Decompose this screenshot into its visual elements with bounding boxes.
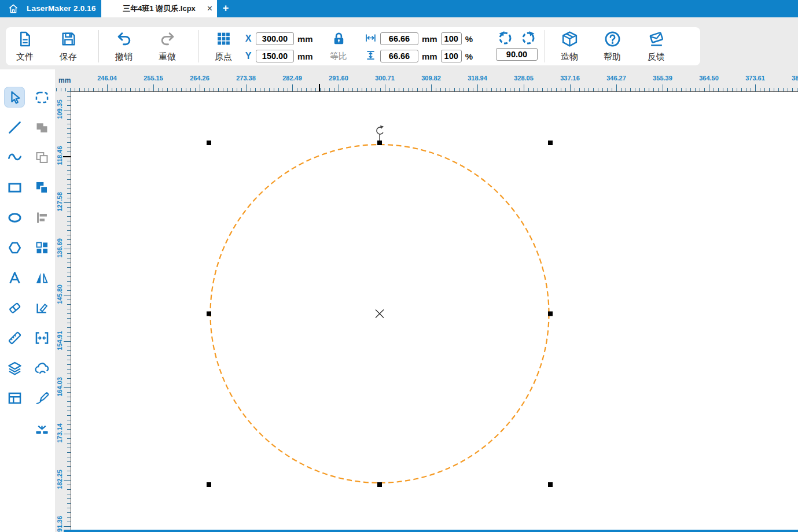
stretch-tool[interactable]	[32, 327, 53, 348]
ruler-left-label: 182.25	[56, 468, 63, 491]
toolbar-divider	[198, 30, 199, 62]
ruler-top-major-tick	[107, 84, 108, 91]
redo-button[interactable]: 重做	[153, 29, 182, 63]
ruler-top-label: 246.04	[97, 75, 117, 82]
ruler-left-label: 164.03	[56, 375, 63, 398]
group-tool[interactable]	[32, 237, 53, 258]
ruler-top-major-tick	[477, 84, 478, 91]
size-group: mm % mm %	[365, 32, 473, 63]
ruler-left-major-tick	[64, 387, 71, 388]
workspace: mm 246.04255.15264.26273.38282.49291.603…	[55, 69, 798, 532]
rotation-angle-field[interactable]	[496, 48, 538, 61]
ruler-top-major-tick	[524, 84, 524, 91]
new-tab-button[interactable]: +	[217, 0, 234, 17]
text-tool[interactable]	[4, 267, 25, 288]
frame-tool[interactable]	[4, 387, 25, 408]
ruler-top-label: 309.82	[421, 75, 441, 82]
marquee-tool[interactable]	[32, 87, 53, 108]
outline-tool[interactable]	[32, 147, 53, 168]
feedback-button[interactable]: 反馈	[642, 29, 671, 63]
ruler-top-label: 291.60	[329, 75, 348, 82]
question-circle-icon	[604, 31, 621, 50]
ruler-top-major-tick	[339, 84, 339, 91]
home-icon[interactable]	[7, 2, 20, 15]
position-group: X mm Y mm	[244, 32, 313, 63]
ruler-left-major-tick	[64, 202, 71, 203]
ruler-left-major-tick	[64, 434, 71, 434]
polygon-tool[interactable]	[4, 237, 25, 258]
rotate-group	[490, 29, 544, 61]
pen-tool[interactable]	[32, 387, 53, 408]
width-percent-field[interactable]	[441, 32, 462, 45]
canvas[interactable]	[71, 91, 798, 532]
mirror-tool[interactable]	[32, 267, 53, 288]
create-button[interactable]: 造物	[555, 29, 584, 63]
eraser-tool[interactable]	[4, 297, 25, 318]
rotate-cw-icon[interactable]	[520, 29, 536, 46]
app-title: LaserMaker 2.0.16	[27, 0, 96, 17]
toolbar: 文件 保存 撤销 重做 原点 X	[0, 17, 798, 69]
rectangle-tool[interactable]	[4, 177, 25, 198]
ruler-left-label: 173.14	[56, 422, 63, 445]
document-tab[interactable]: 三年4班1 谢贝乐.lcpx ×	[101, 0, 217, 17]
ellipse-tool[interactable]	[4, 207, 25, 228]
ruler-left-label: 136.69	[56, 237, 63, 260]
toolbar-panel: 文件 保存 撤销 重做 原点 X	[6, 27, 700, 65]
ruler-left-label: 191.36	[56, 514, 63, 532]
save-button[interactable]: 保存	[54, 29, 83, 63]
ruler-top-label: 337.16	[560, 75, 580, 82]
select-tool[interactable]	[4, 87, 25, 108]
ruler-cursor-y	[63, 156, 71, 157]
align-tool[interactable]	[32, 207, 53, 228]
compress-tool[interactable]	[32, 418, 53, 438]
ruler-top-major-tick	[292, 84, 293, 91]
file-icon	[17, 31, 34, 50]
ruler-top-label: 364.50	[699, 75, 719, 82]
tool-sidebar	[0, 69, 55, 532]
y-label: Y	[244, 51, 252, 61]
curve-tool[interactable]	[4, 147, 25, 168]
file-button[interactable]: 文件	[10, 29, 39, 63]
ruler-left: 109.35118.46127.58136.69145.80154.91164.…	[55, 88, 71, 532]
ruler-top-label: 255.15	[144, 75, 163, 82]
height-percent-field[interactable]	[441, 50, 462, 62]
ruler-left-label: 109.35	[56, 98, 63, 121]
ruler-top-label: 373.61	[745, 75, 765, 82]
help-button[interactable]: 帮助	[598, 29, 627, 63]
ruler-top-label: 300.71	[375, 75, 395, 82]
proportional-lock-button[interactable]: 等比	[326, 29, 351, 63]
width-field[interactable]	[380, 32, 418, 45]
ruler-left-major-tick	[64, 480, 71, 481]
lasermaker-window: LaserMaker 2.0.16 三年4班1 谢贝乐.lcpx × + 文件 …	[0, 0, 798, 532]
document-tab-title: 三年4班1 谢贝乐.lcpx	[123, 3, 196, 14]
height-field[interactable]	[380, 50, 418, 62]
origin-grid-icon	[215, 31, 232, 50]
layers-tool[interactable]	[4, 357, 25, 378]
undo-button[interactable]: 撤销	[109, 29, 138, 63]
tab-close-icon[interactable]: ×	[207, 0, 212, 17]
ruler-tool[interactable]	[4, 327, 25, 348]
ruler-left-label: 145.80	[56, 283, 63, 306]
y-coordinate-field[interactable]	[256, 50, 294, 62]
weld-tool[interactable]	[32, 117, 53, 138]
ruler-left-label: 154.91	[56, 329, 63, 352]
toolbar-divider	[98, 30, 99, 62]
ruler-top-major-tick	[663, 84, 663, 91]
empty-cell	[4, 418, 25, 438]
ruler-top-label: 328.05	[514, 75, 534, 82]
protractor-tool[interactable]	[32, 297, 53, 318]
ruler-top-major-tick	[616, 84, 617, 91]
ruler-top-label: 273.38	[236, 75, 256, 82]
line-tool[interactable]	[4, 117, 25, 138]
ruler-left-major-tick	[64, 341, 71, 342]
bottom-scrollbar[interactable]	[64, 530, 798, 532]
toolbar-divider	[545, 30, 545, 62]
origin-button[interactable]: 原点	[209, 29, 238, 63]
ruler-top-major-tick	[200, 84, 200, 91]
ruler-top-label: 382.72	[792, 75, 798, 82]
combine-tool[interactable]	[32, 177, 53, 198]
gallery-tool[interactable]	[32, 357, 53, 378]
save-icon	[60, 31, 77, 50]
rotate-ccw-icon[interactable]	[497, 29, 513, 46]
x-coordinate-field[interactable]	[256, 32, 294, 45]
